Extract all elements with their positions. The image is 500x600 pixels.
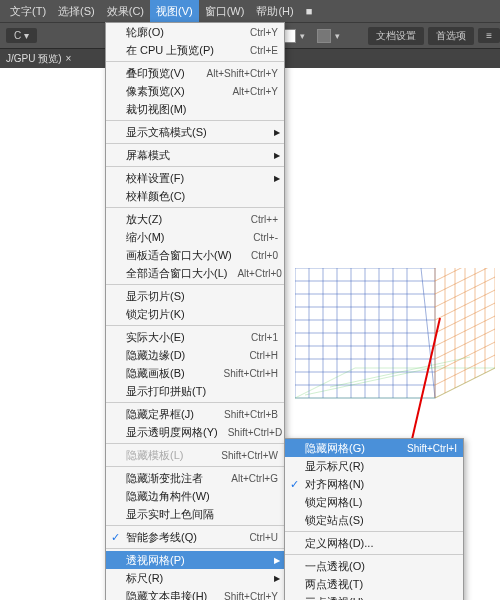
menu-item[interactable]: 锁定网格(L) [285,493,463,511]
menu-item-label: 隐藏画板(B) [126,366,214,381]
menu-item[interactable]: 实际大小(E)Ctrl+1 [106,328,284,346]
menu-item-label: 显示打印拼贴(T) [126,384,278,399]
menu-item[interactable]: 锁定站点(S) [285,511,463,529]
stroke-swatch[interactable] [317,29,331,43]
menu-item[interactable]: 视图(V) [150,0,199,22]
menu-item[interactable]: 对齐网格(N) [285,475,463,493]
menu-item-label: 标尺(R) [126,571,278,586]
menu-item[interactable]: 三点透视(H) [285,593,463,600]
prefs-button[interactable]: 首选项 [428,27,474,45]
menu-item-label: 校样设置(F) [126,171,278,186]
menu-item[interactable]: 轮廓(O)Ctrl+Y [106,23,284,41]
separator [106,443,284,444]
view-menu: 轮廓(O)Ctrl+Y在 CPU 上预览(P)Ctrl+E叠印预览(V)Alt+… [105,22,285,600]
menu-item-label: 定义网格(D)... [305,536,457,551]
menu-item[interactable]: 隐藏网格(G)Shift+Ctrl+I [285,439,463,457]
toolbar-flyout[interactable]: ≡ [478,28,500,43]
menu-item-label: 锁定站点(S) [305,513,457,528]
menu-item[interactable]: 帮助(H) [250,0,299,22]
menu-item[interactable]: 隐藏渐变批注者Alt+Ctrl+G [106,469,284,487]
shortcut-label: Ctrl+1 [251,332,278,343]
svg-line-28 [435,290,495,320]
menu-item[interactable]: 放大(Z)Ctrl++ [106,210,284,228]
separator [285,531,463,532]
shortcut-label: Shift+Ctrl+B [224,409,278,420]
menu-item[interactable]: 裁切视图(M) [106,100,284,118]
separator [106,143,284,144]
menu-item-label: 校样颜色(C) [126,189,278,204]
menu-item-label: 全部适合窗口大小(L) [126,266,227,281]
menu-item: 隐藏模板(L)Shift+Ctrl+W [106,446,284,464]
shortcut-label: Ctrl+Y [250,27,278,38]
menu-item[interactable]: 显示实时上色间隔 [106,505,284,523]
menu-item[interactable]: 全部适合窗口大小(L)Alt+Ctrl+0 [106,264,284,282]
menu-item[interactable]: 显示标尺(R) [285,457,463,475]
menu-item[interactable]: 显示切片(S) [106,287,284,305]
menu-item[interactable]: 校样设置(F)▶ [106,169,284,187]
shortcut-label: Ctrl+U [249,532,278,543]
separator [106,325,284,326]
menu-item[interactable]: 叠印预览(V)Alt+Shift+Ctrl+Y [106,64,284,82]
menu-item-label: 隐藏网格(G) [305,441,397,456]
menu-item[interactable]: 两点透视(T) [285,575,463,593]
perspective-grid-submenu: 隐藏网格(G)Shift+Ctrl+I显示标尺(R)对齐网格(N)锁定网格(L)… [284,438,464,600]
menu-item-label: 屏幕模式 [126,148,278,163]
menu-item[interactable]: 锁定切片(K) [106,305,284,323]
perspective-grid [295,268,495,438]
menu-item-label: 隐藏边缘(D) [126,348,239,363]
menu-item[interactable]: 隐藏定界框(J)Shift+Ctrl+B [106,405,284,423]
menu-item[interactable]: 隐藏文本串接(H)Shift+Ctrl+Y [106,587,284,600]
shortcut-label: Ctrl+H [249,350,278,361]
menu-item[interactable]: 在 CPU 上预览(P)Ctrl+E [106,41,284,59]
menu-item[interactable]: 隐藏边角构件(W) [106,487,284,505]
svg-line-29 [435,303,495,333]
svg-marker-19 [435,268,495,398]
menu-item[interactable]: 显示打印拼贴(T) [106,382,284,400]
menu-item-label: 三点透视(H) [305,595,457,601]
menu-item[interactable]: 画板适合窗口大小(W)Ctrl+0 [106,246,284,264]
menu-item-label: 显示实时上色间隔 [126,507,278,522]
menu-item[interactable]: 选择(S) [52,0,101,22]
menu-item[interactable]: 透视网格(P)▶ [106,551,284,569]
menu-item[interactable]: 屏幕模式▶ [106,146,284,164]
svg-line-32 [435,342,495,372]
shortcut-label: Alt+Ctrl+G [231,473,278,484]
svg-line-36 [330,357,470,387]
shortcut-label: Ctrl+0 [251,250,278,261]
menu-item[interactable]: 智能参考线(Q)Ctrl+U [106,528,284,546]
menu-item-label: 在 CPU 上预览(P) [126,43,240,58]
menu-item-label: 叠印预览(V) [126,66,197,81]
doc-setup-button[interactable]: 文档设置 [368,27,424,45]
menu-item[interactable]: 效果(C) [101,0,150,22]
menu-item[interactable]: 文字(T) [4,0,52,22]
menu-item[interactable]: 定义网格(D)... [285,534,463,552]
shortcut-label: Shift+Ctrl+I [407,443,457,454]
menu-item[interactable]: 隐藏画板(B)Shift+Ctrl+H [106,364,284,382]
menu-item[interactable]: 隐藏边缘(D)Ctrl+H [106,346,284,364]
menu-item-label: 显示切片(S) [126,289,278,304]
menu-item[interactable]: 窗口(W) [199,0,251,22]
menu-item-label: 一点透视(O) [305,559,457,574]
shortcut-label: Shift+Ctrl+D [228,427,282,438]
svg-line-27 [435,277,495,307]
menu-item[interactable]: ■ [300,0,319,22]
menu-item[interactable]: 校样颜色(C) [106,187,284,205]
menu-item[interactable]: 像素预览(X)Alt+Ctrl+Y [106,82,284,100]
menu-item-label: 隐藏边角构件(W) [126,489,278,504]
separator [106,61,284,62]
menu-item[interactable]: 缩小(M)Ctrl+- [106,228,284,246]
menu-item-label: 两点透视(T) [305,577,457,592]
shortcut-label: Alt+Ctrl+0 [237,268,281,279]
menu-item-label: 轮廓(O) [126,25,240,40]
menu-item[interactable]: 显示透明度网格(Y)Shift+Ctrl+D [106,423,284,441]
shortcut-label: Ctrl+- [253,232,278,243]
menu-item[interactable]: 显示文稿模式(S)▶ [106,123,284,141]
svg-line-35 [305,365,445,395]
close-icon[interactable]: × [66,53,72,64]
menu-item-label: 实际大小(E) [126,330,241,345]
menu-item[interactable]: 一点透视(O) [285,557,463,575]
char-dropdown[interactable]: C ▾ [6,28,37,43]
menu-item[interactable]: 标尺(R)▶ [106,569,284,587]
shortcut-label: Shift+Ctrl+Y [224,591,278,601]
separator [285,554,463,555]
